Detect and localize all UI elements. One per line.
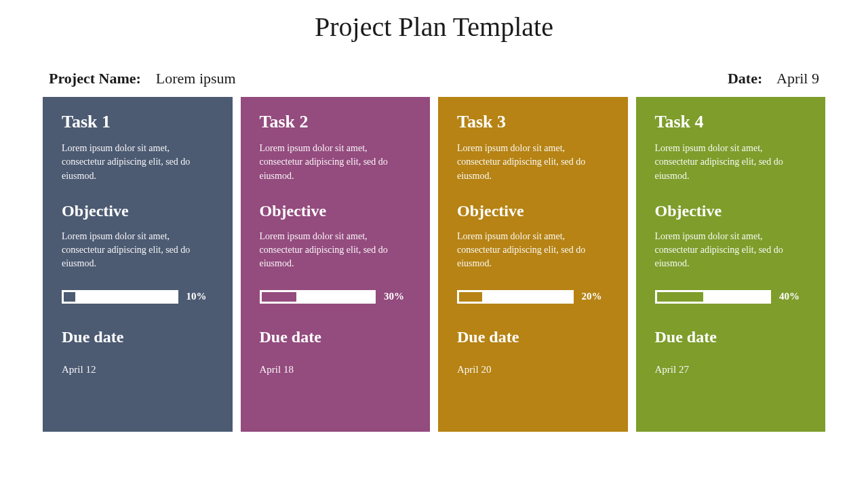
- slide-title: Project Plan Template: [0, 0, 868, 70]
- task-title: Task 1: [62, 112, 214, 132]
- project-name-label: Project Name:: [49, 70, 141, 87]
- task-card-2: Task 2 Lorem ipsum dolor sit amet, conse…: [241, 97, 431, 432]
- task-card-3: Task 3 Lorem ipsum dolor sit amet, conse…: [438, 97, 628, 432]
- task-card-1: Task 1 Lorem ipsum dolor sit amet, conse…: [43, 97, 233, 432]
- progress-row: 20%: [457, 290, 609, 304]
- task-title: Task 3: [457, 112, 609, 132]
- meta-row: Project Name: Lorem ipsum Date: April 9: [0, 70, 868, 97]
- progress-fill: [459, 292, 482, 302]
- task-card-4: Task 4 Lorem ipsum dolor sit amet, conse…: [636, 97, 826, 432]
- due-date-value: April 27: [655, 364, 807, 375]
- task-description: Lorem ipsum dolor sit amet, consectetur …: [655, 142, 807, 183]
- progress-bar: [457, 290, 574, 304]
- due-date-value: April 12: [62, 364, 214, 375]
- due-date-label: Due date: [457, 328, 609, 346]
- progress-percent: 20%: [582, 291, 609, 302]
- progress-fill: [64, 292, 75, 302]
- objective-text: Lorem ipsum dolor sit amet, consectetur …: [655, 230, 807, 271]
- task-description: Lorem ipsum dolor sit amet, consectetur …: [62, 142, 214, 183]
- objective-label: Objective: [655, 202, 807, 220]
- progress-row: 30%: [260, 290, 412, 304]
- objective-label: Objective: [62, 202, 214, 220]
- progress-percent: 40%: [779, 291, 806, 302]
- task-description: Lorem ipsum dolor sit amet, consectetur …: [457, 142, 609, 183]
- project-name: Project Name: Lorem ipsum: [49, 70, 236, 87]
- due-date-value: April 18: [260, 364, 412, 375]
- progress-fill: [262, 292, 296, 302]
- objective-label: Objective: [260, 202, 412, 220]
- objective-text: Lorem ipsum dolor sit amet, consectetur …: [457, 230, 609, 271]
- progress-fill: [657, 292, 704, 302]
- date-value: April 9: [776, 70, 819, 87]
- task-title: Task 4: [655, 112, 807, 132]
- due-date-label: Due date: [260, 328, 412, 346]
- project-name-value: Lorem ipsum: [156, 70, 236, 87]
- objective-text: Lorem ipsum dolor sit amet, consectetur …: [62, 230, 214, 271]
- progress-percent: 10%: [186, 291, 214, 302]
- objective-label: Objective: [457, 202, 609, 220]
- progress-bar: [655, 290, 772, 304]
- due-date-label: Due date: [655, 328, 807, 346]
- progress-percent: 30%: [384, 291, 411, 302]
- task-description: Lorem ipsum dolor sit amet, consectetur …: [260, 142, 412, 183]
- due-date-label: Due date: [62, 328, 214, 346]
- task-title: Task 2: [260, 112, 412, 132]
- date: Date: April 9: [728, 70, 819, 87]
- progress-bar: [62, 290, 178, 304]
- progress-row: 10%: [62, 290, 214, 304]
- progress-bar: [260, 290, 376, 304]
- task-cards: Task 1 Lorem ipsum dolor sit amet, conse…: [0, 97, 868, 432]
- date-label: Date:: [728, 70, 762, 87]
- objective-text: Lorem ipsum dolor sit amet, consectetur …: [260, 230, 412, 271]
- progress-row: 40%: [655, 290, 807, 304]
- due-date-value: April 20: [457, 364, 609, 375]
